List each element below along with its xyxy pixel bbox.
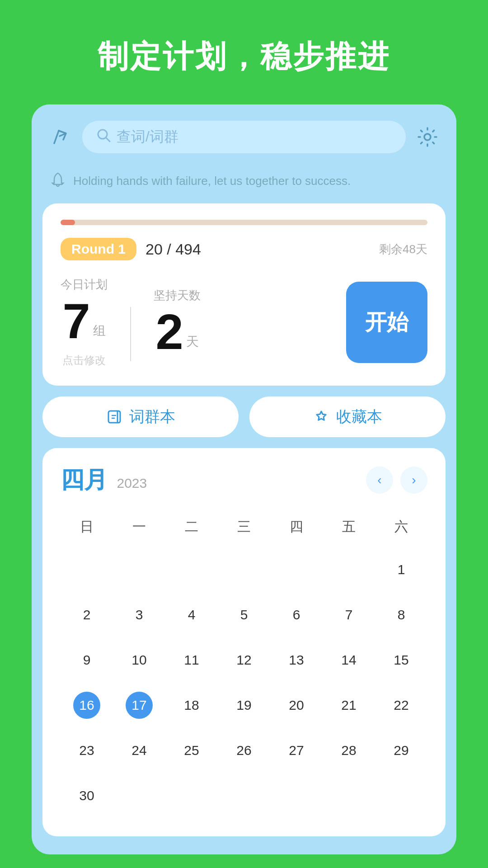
calendar-day[interactable]: 8: [375, 594, 427, 636]
calendar-day: [113, 775, 165, 816]
calendar-day[interactable]: 11: [165, 639, 218, 681]
remaining-text: 剩余48天: [379, 241, 427, 257]
next-month-button[interactable]: ›: [400, 467, 427, 494]
headline: 制定计划，稳步推进: [80, 0, 408, 104]
calendar-day[interactable]: 5: [218, 594, 270, 636]
svg-rect-3: [108, 411, 120, 423]
prev-month-button[interactable]: ‹: [366, 467, 393, 494]
calendar-day[interactable]: 30: [61, 775, 113, 816]
calendar-day: [218, 775, 270, 816]
calendar-week-row: 2345678: [61, 594, 427, 636]
calendar-day: [375, 775, 427, 816]
stat-divider: [130, 307, 131, 361]
calendar-day[interactable]: 19: [218, 684, 270, 726]
favorites-button[interactable]: 收藏本: [249, 396, 446, 437]
calendar-day[interactable]: 28: [323, 730, 375, 771]
calendar-day[interactable]: 16: [61, 684, 113, 726]
calendar-day[interactable]: 7: [323, 594, 375, 636]
calendar-weekday: 六: [375, 512, 427, 542]
calendar-day[interactable]: 17: [113, 684, 165, 726]
notification-bar: Holding hands with failure, let us toget…: [32, 164, 456, 203]
progress-bar-container: [61, 220, 427, 225]
today-plan-number: 7: [62, 296, 90, 346]
share-icon[interactable]: [48, 124, 73, 150]
calendar-day[interactable]: 2: [61, 594, 113, 636]
calendar-weekday: 四: [270, 512, 323, 542]
calendar-day[interactable]: 22: [375, 684, 427, 726]
persist-label: 坚持天数: [154, 288, 201, 303]
calendar-day: [165, 775, 218, 816]
calendar-day[interactable]: 9: [61, 639, 113, 681]
calendar-day[interactable]: 20: [270, 684, 323, 726]
favorites-label: 收藏本: [336, 406, 382, 427]
persist-number: 2: [155, 307, 183, 357]
calendar-week-row: 9101112131415: [61, 639, 427, 681]
calendar-day[interactable]: 24: [113, 730, 165, 771]
calendar-weekday-row: 日一二三四五六: [61, 512, 427, 542]
top-bar: 查词/词群: [32, 104, 456, 164]
calendar-day: [323, 775, 375, 816]
today-plan-unit: 组: [93, 322, 106, 340]
calendar-day: [165, 549, 218, 590]
calendar-week-row: 30: [61, 775, 427, 816]
search-bar[interactable]: 查词/词群: [82, 121, 406, 153]
calendar-day[interactable]: 21: [323, 684, 375, 726]
calendar-weekday: 五: [323, 512, 375, 542]
calendar-nav: ‹ ›: [366, 467, 427, 494]
calendar-day: [323, 549, 375, 590]
today-plan-label: 今日计划: [61, 277, 108, 292]
calendar-month: 四月: [61, 467, 108, 493]
word-group-button[interactable]: 词群本: [42, 396, 239, 437]
calendar-day[interactable]: 26: [218, 730, 270, 771]
start-button[interactable]: 开始: [346, 282, 427, 363]
persist-block: 坚持天数 2 天: [154, 288, 201, 357]
calendar-header: 四月 2023 ‹ ›: [61, 464, 427, 496]
calendar-weekday: 三: [218, 512, 270, 542]
settings-icon[interactable]: [415, 124, 440, 150]
calendar-day[interactable]: 1: [375, 549, 427, 590]
calendar-day[interactable]: 6: [270, 594, 323, 636]
word-group-label: 词群本: [129, 406, 175, 427]
calendar-weekday: 二: [165, 512, 218, 542]
search-icon: [96, 127, 111, 146]
round-row: Round 1 20 / 494 剩余48天: [61, 238, 427, 260]
bell-icon: [50, 171, 66, 191]
app-background: 制定计划，稳步推进 查词/词群: [0, 0, 488, 854]
btn-row: 词群本 收藏本: [42, 396, 446, 437]
today-plan-value-row: 7 组: [62, 296, 105, 346]
calendar-grid: 日一二三四五六 12345678910111213141516171819202…: [61, 512, 427, 816]
calendar-day[interactable]: 10: [113, 639, 165, 681]
app-card: 查词/词群 Holding hands with failure, let us…: [32, 104, 456, 854]
calendar-card: 四月 2023 ‹ › 日一二三四五六 12345678910111213141…: [42, 448, 446, 836]
calendar-day[interactable]: 15: [375, 639, 427, 681]
calendar-day: [218, 549, 270, 590]
stats-row: 今日计划 7 组 点击修改 坚持天数 2 天 开始: [61, 277, 427, 368]
calendar-week-row: 16171819202122: [61, 684, 427, 726]
calendar-day[interactable]: 25: [165, 730, 218, 771]
calendar-day[interactable]: 13: [270, 639, 323, 681]
calendar-week-row: 23242526272829: [61, 730, 427, 771]
calendar-week-row: 1: [61, 549, 427, 590]
round-badge: Round 1: [61, 238, 136, 260]
calendar-weekday: 一: [113, 512, 165, 542]
calendar-day[interactable]: 18: [165, 684, 218, 726]
calendar-day[interactable]: 4: [165, 594, 218, 636]
calendar-day[interactable]: 14: [323, 639, 375, 681]
search-placeholder: 查词/词群: [117, 127, 178, 147]
progress-text: 20 / 494: [145, 241, 201, 258]
progress-bar-fill: [61, 220, 75, 225]
calendar-day[interactable]: 23: [61, 730, 113, 771]
svg-point-2: [424, 134, 431, 140]
persist-unit: 天: [186, 333, 199, 350]
calendar-day[interactable]: 29: [375, 730, 427, 771]
calendar-day[interactable]: 12: [218, 639, 270, 681]
calendar-day[interactable]: 3: [113, 594, 165, 636]
calendar-year: 2023: [117, 476, 147, 491]
edit-hint[interactable]: 点击修改: [62, 353, 106, 368]
today-plan-block: 今日计划 7 组 点击修改: [61, 277, 108, 368]
calendar-day: [270, 549, 323, 590]
calendar-weekday: 日: [61, 512, 113, 542]
persist-value-row: 2 天: [155, 307, 198, 357]
calendar-day[interactable]: 27: [270, 730, 323, 771]
main-card: Round 1 20 / 494 剩余48天 今日计划 7 组 点击修改: [42, 203, 446, 386]
